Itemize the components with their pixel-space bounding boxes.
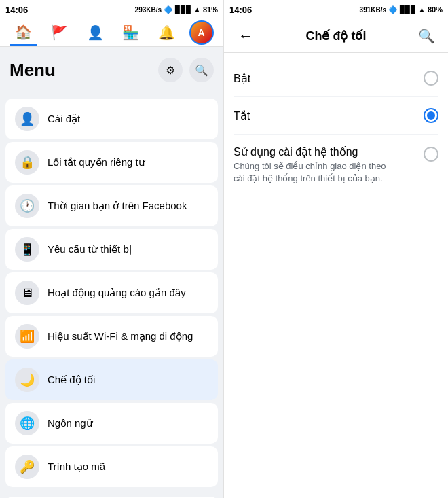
option-system-content: Sử dụng cài đặt hệ thống Chúng tôi sẽ đi… xyxy=(234,145,424,185)
menu-header-icons: ⚙ 🔍 xyxy=(158,58,214,82)
menu-item-time-label: Thời gian bạn ở trên Facebook xyxy=(48,200,187,212)
language-item-icon: 🌐 xyxy=(15,411,39,435)
menu-gear-icon[interactable]: ⚙ xyxy=(158,58,183,82)
menu-items-list: 👤 Cài đặt 🔒 Lối tắt quyền riêng tư 🕐 Thờ… xyxy=(0,96,223,490)
left-data-speed: 293KB/s xyxy=(135,6,162,14)
menu-item-language-label: Ngôn ngữ xyxy=(48,417,93,429)
menu-item-wifi[interactable]: 📶 Hiệu suất Wi-Fi & mạng di động xyxy=(5,316,218,357)
option-off[interactable]: Tắt xyxy=(234,97,438,135)
left-time: 14:06 xyxy=(5,5,28,15)
nav-marketplace[interactable]: 🏪 xyxy=(117,19,145,46)
privacy-item-icon: 🔒 xyxy=(15,150,39,175)
right-signal-icon: ▊▊▊ xyxy=(400,5,416,14)
right-wifi-icon: ▲ xyxy=(418,5,426,14)
dark-mode-item-icon: 🌙 xyxy=(15,368,39,392)
option-off-label-wrap: Tắt xyxy=(234,109,250,122)
right-panel: ← Chế độ tối 🔍 Bật Tắt xyxy=(224,19,448,498)
menu-item-dark-mode[interactable]: 🌙 Chế độ tối xyxy=(5,359,218,400)
nav-pages[interactable]: 🚩 xyxy=(45,19,73,46)
device-item-icon: 📱 xyxy=(15,237,39,262)
option-off-label: Tắt xyxy=(234,109,250,122)
nav-avatar[interactable]: A xyxy=(189,20,214,45)
nav-home[interactable]: 🏠 xyxy=(10,19,37,46)
menu-item-code-label: Trình tạo mã xyxy=(48,461,105,473)
menu-title: Menu xyxy=(10,60,56,81)
left-bluetooth-icon: 🔷 xyxy=(164,5,173,14)
menu-item-code-generator[interactable]: 🔑 Trình tạo mã xyxy=(5,446,218,487)
right-battery-pct: 80% xyxy=(428,5,443,14)
code-item-icon: 🔑 xyxy=(15,455,39,479)
menu-item-ad-label: Hoạt động quảng cáo gần đây xyxy=(48,287,186,299)
menu-item-time[interactable]: 🕐 Thời gian bạn ở trên Facebook xyxy=(5,185,218,226)
nav-bar-left: 🏠 🚩 👤 🏪 🔔 A xyxy=(0,19,223,47)
menu-item-wifi-label: Hiệu suất Wi-Fi & mạng di động xyxy=(48,330,193,342)
right-data-speed: 391KB/s xyxy=(360,6,386,14)
right-bluetooth-icon: 🔷 xyxy=(388,5,398,14)
menu-item-ad-activity[interactable]: 🖥 Hoạt động quảng cáo gần đây xyxy=(5,272,218,313)
left-panel: 🏠 🚩 👤 🏪 🔔 A Menu ⚙ 🔍 ⚙ Cài đặt & quyền r… xyxy=(0,19,224,498)
menu-header: Menu ⚙ 🔍 xyxy=(0,47,223,88)
nav-profile[interactable]: 👤 xyxy=(81,19,109,46)
logout-container: Đăng xuất xyxy=(0,490,223,498)
menu-item-device-requests[interactable]: 📱 Yêu cầu từ thiết bị xyxy=(5,229,218,270)
menu-item-privacy-shortcuts[interactable]: 🔒 Lối tắt quyền riêng tư xyxy=(5,142,218,183)
right-search-button[interactable]: 🔍 xyxy=(414,28,438,44)
menu-item-dark-mode-label: Chế độ tối xyxy=(48,374,95,386)
menu-item-settings[interactable]: 👤 Cài đặt xyxy=(5,99,218,139)
option-off-radio[interactable] xyxy=(424,108,438,123)
left-signal-icon: ▊▊▊ xyxy=(175,5,191,14)
settings-item-icon: 👤 xyxy=(15,107,39,131)
right-time: 14:06 xyxy=(229,5,252,15)
dark-mode-options: Bật Tắt Sử dụng cài đặt hệ thống Chúng t… xyxy=(224,53,448,202)
option-system[interactable]: Sử dụng cài đặt hệ thống Chúng tôi sẽ đi… xyxy=(234,135,438,196)
menu-item-privacy-label: Lối tắt quyền riêng tư xyxy=(48,156,145,168)
back-button[interactable]: ← xyxy=(234,27,258,45)
option-system-radio[interactable] xyxy=(424,147,438,162)
menu-item-device-label: Yêu cầu từ thiết bị xyxy=(48,243,132,255)
option-system-desc: Chúng tôi sẽ điều chỉnh giao diện theo c… xyxy=(234,160,396,185)
wifi-item-icon: 📶 xyxy=(15,324,39,349)
option-on-label: Bật xyxy=(234,72,250,85)
menu-item-language[interactable]: 🌐 Ngôn ngữ xyxy=(5,403,218,444)
ad-item-icon: 🖥 xyxy=(15,281,39,305)
right-nav-bar: ← Chế độ tối 🔍 xyxy=(224,19,448,53)
radio-inner-fill xyxy=(427,111,435,120)
left-wifi-icon: ▲ xyxy=(193,5,201,14)
right-panel-title: Chế độ tối xyxy=(258,29,414,43)
option-on[interactable]: Bật xyxy=(234,60,438,97)
left-battery-pct: 81% xyxy=(203,5,218,14)
option-on-radio[interactable] xyxy=(424,71,438,86)
menu-search-icon[interactable]: 🔍 xyxy=(189,58,214,82)
nav-notifications[interactable]: 🔔 xyxy=(153,19,181,46)
time-item-icon: 🕐 xyxy=(15,194,39,218)
option-on-label-wrap: Bật xyxy=(234,72,250,85)
menu-item-settings-label: Cài đặt xyxy=(48,113,80,125)
option-system-label: Sử dụng cài đặt hệ thống xyxy=(234,145,413,158)
